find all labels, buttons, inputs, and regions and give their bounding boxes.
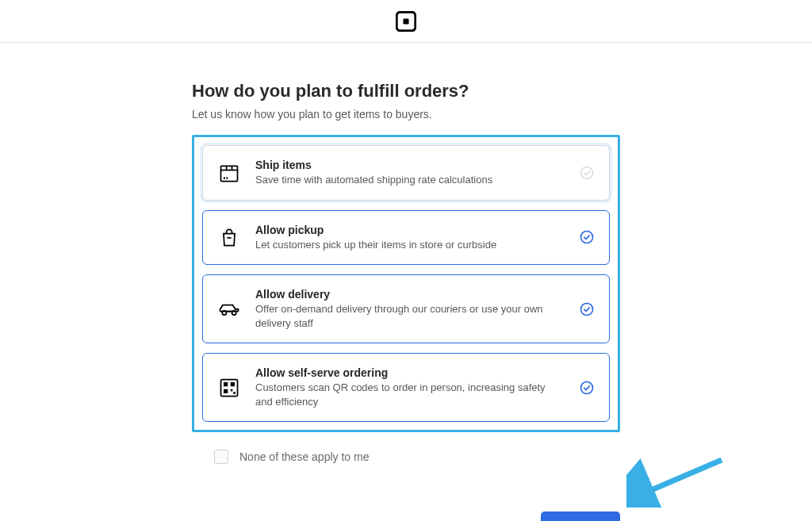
option-desc: Customers scan QR codes to order in pers… xyxy=(255,381,565,408)
checked-icon xyxy=(579,380,595,396)
svg-rect-1 xyxy=(403,18,408,24)
app-header xyxy=(0,0,812,43)
checked-icon xyxy=(579,229,595,245)
onboarding-panel: How do you plan to fulfill orders? Let u… xyxy=(192,43,620,464)
option-text: Allow delivery Offer on-demand delivery … xyxy=(255,288,565,330)
option-text: Allow pickup Let customers pick up their… xyxy=(255,224,565,252)
shopping-bag-icon xyxy=(217,225,241,249)
option-desc: Save time with automated shipping rate c… xyxy=(255,173,565,187)
svg-rect-20 xyxy=(233,392,236,394)
svg-point-8 xyxy=(581,167,593,178)
svg-rect-17 xyxy=(231,382,235,386)
car-icon xyxy=(217,297,241,321)
svg-rect-16 xyxy=(224,382,228,386)
option-desc: Let customers pick up their items in sto… xyxy=(255,238,565,252)
fulfillment-options-highlight: Ship items Save time with automated ship… xyxy=(192,135,620,432)
option-title: Ship items xyxy=(255,159,565,171)
option-title: Allow pickup xyxy=(255,224,565,236)
continue-button[interactable]: Continue xyxy=(541,511,620,521)
option-self-serve[interactable]: Allow self-serve ordering Customers scan… xyxy=(202,353,610,422)
option-desc: Offer on-demand delivery through our cou… xyxy=(255,302,565,330)
option-title: Allow delivery xyxy=(255,288,565,301)
option-allow-pickup[interactable]: Allow pickup Let customers pick up their… xyxy=(202,210,610,266)
none-apply-label: None of these apply to me xyxy=(239,450,369,463)
option-allow-delivery[interactable]: Allow delivery Offer on-demand delivery … xyxy=(202,274,610,343)
page-title: How do you plan to fulfill orders? xyxy=(192,81,620,102)
svg-point-10 xyxy=(581,232,593,243)
box-icon xyxy=(217,161,241,185)
svg-point-12 xyxy=(232,310,236,314)
svg-rect-2 xyxy=(221,166,238,181)
footer-actions: Continue xyxy=(192,511,620,521)
option-text: Ship items Save time with automated ship… xyxy=(255,159,565,187)
svg-rect-19 xyxy=(231,389,233,391)
annotation-arrow-icon xyxy=(626,452,730,508)
option-text: Allow self-serve ordering Customers scan… xyxy=(255,366,565,408)
none-apply-row[interactable]: None of these apply to me xyxy=(192,450,620,464)
square-logo-icon xyxy=(396,11,416,32)
option-title: Allow self-serve ordering xyxy=(255,366,565,379)
svg-rect-18 xyxy=(224,389,228,393)
svg-point-21 xyxy=(581,381,593,393)
qr-code-icon xyxy=(217,376,241,400)
unchecked-icon xyxy=(579,165,595,181)
svg-line-22 xyxy=(638,460,722,496)
none-apply-checkbox[interactable] xyxy=(214,450,228,464)
option-ship-items[interactable]: Ship items Save time with automated ship… xyxy=(202,145,610,201)
checked-icon xyxy=(579,301,595,317)
svg-point-14 xyxy=(581,303,593,315)
page-subtitle: Let us know how you plan to get items to… xyxy=(192,108,620,121)
svg-point-11 xyxy=(222,310,226,314)
